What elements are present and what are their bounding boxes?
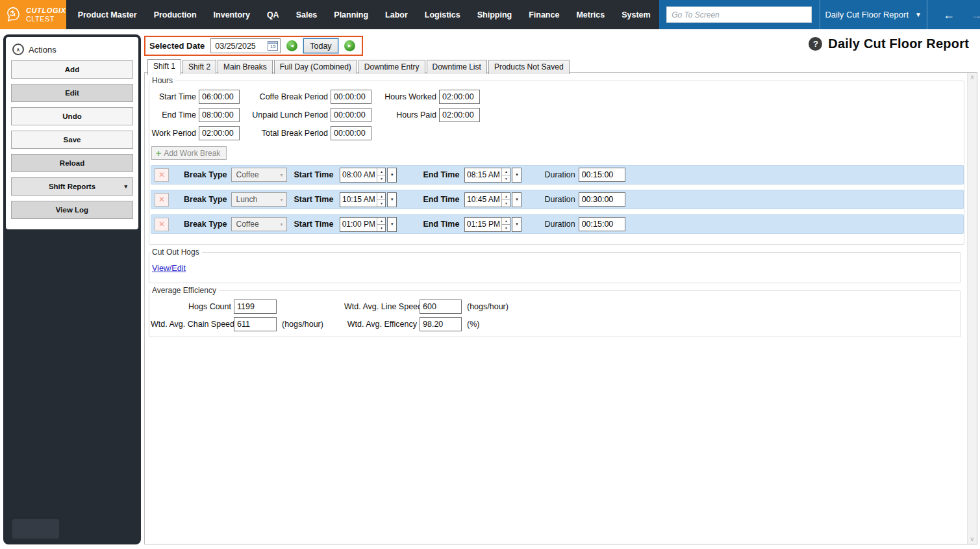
break-type-select[interactable]: Lunch ▾ <box>231 192 287 207</box>
spin-down-icon[interactable]: ▼ <box>502 175 510 182</box>
spin-up-icon[interactable]: ▲ <box>502 168 510 175</box>
time-value-box[interactable]: 08:00 AM ▲ ▼ <box>340 168 386 183</box>
collapse-panel-icon[interactable]: ∧ <box>12 44 24 55</box>
spin-down-icon[interactable]: ▼ <box>377 225 385 231</box>
tab-shift-1[interactable]: Shift 1 <box>147 59 181 75</box>
time-spinner: ▲ ▼ <box>377 193 385 207</box>
menu-labor[interactable]: Labor <box>377 10 416 19</box>
view-edit-link[interactable]: View/Edit <box>152 264 186 273</box>
shift-reports-dropdown-button[interactable]: Shift Reports ▾ <box>11 177 133 196</box>
back-icon[interactable]: ← <box>943 9 955 21</box>
tab-downtime-entry[interactable]: Downtime Entry <box>358 60 425 74</box>
tab-downtime-list[interactable]: Downtime List <box>427 60 487 74</box>
menu-shipping[interactable]: Shipping <box>469 10 520 19</box>
menu-logistics[interactable]: Logistics <box>416 10 469 19</box>
tab-shift-2[interactable]: Shift 2 <box>182 60 216 74</box>
break-type-select[interactable]: Coffee ▾ <box>231 217 287 231</box>
time-value-box[interactable]: 10:15 AM ▲ ▼ <box>340 192 386 207</box>
hours-paid-input[interactable] <box>439 108 480 122</box>
duration-input[interactable] <box>579 168 625 182</box>
line-speed-input[interactable] <box>420 300 462 314</box>
delete-break-icon[interactable]: ✕ <box>155 218 169 231</box>
break-end-time-label: End Time <box>423 220 459 229</box>
time-value-box[interactable]: 01:15 PM ▲ ▼ <box>464 217 510 232</box>
next-day-button[interactable]: ► <box>344 40 355 51</box>
tab-full-day-combined[interactable]: Full Day (Combined) <box>274 60 357 74</box>
save-button[interactable]: Save <box>11 131 133 149</box>
spin-up-icon[interactable]: ▲ <box>377 218 385 225</box>
add-button[interactable]: Add <box>11 60 133 79</box>
work-period-input[interactable] <box>199 126 240 140</box>
time-value-box[interactable]: 08:15 AM ▲ ▼ <box>464 168 510 183</box>
menu-product-master[interactable]: Product Master <box>69 10 145 19</box>
hogs-count-input[interactable] <box>234 300 277 314</box>
end-time-input[interactable] <box>199 108 240 122</box>
break-type-value: Lunch <box>236 195 257 204</box>
tab-main-breaks[interactable]: Main Breaks <box>218 60 273 74</box>
calendar-icon[interactable]: 15 <box>268 41 278 51</box>
duration-input[interactable] <box>579 192 625 207</box>
break-type-select[interactable]: Coffee ▾ <box>231 168 287 182</box>
time-value-box[interactable]: 01:00 PM ▲ ▼ <box>340 217 386 232</box>
undo-button[interactable]: Undo <box>11 107 133 125</box>
scroll-down-icon[interactable]: ∨ <box>970 536 974 543</box>
previous-day-button[interactable]: ◄ <box>286 40 297 51</box>
hours-worked-input[interactable] <box>439 90 480 104</box>
time-dropdown-icon[interactable]: ▾ <box>387 217 397 232</box>
menu-system[interactable]: System <box>613 10 659 19</box>
date-picker-field[interactable]: 03/25/2025 15 <box>210 38 281 53</box>
edit-button[interactable]: Edit <box>11 84 133 102</box>
spin-down-icon[interactable]: ▼ <box>377 200 385 207</box>
start-time-input[interactable] <box>199 90 240 104</box>
time-dropdown-icon[interactable]: ▾ <box>512 168 521 183</box>
break-end-time-label: End Time <box>423 195 459 204</box>
spin-down-icon[interactable]: ▼ <box>377 175 385 182</box>
menu-qa[interactable]: QA <box>258 10 288 19</box>
spin-down-icon[interactable]: ▼ <box>502 225 510 231</box>
spin-up-icon[interactable]: ▲ <box>377 193 385 200</box>
time-dropdown-icon[interactable]: ▾ <box>387 192 397 207</box>
goto-screen-input[interactable] <box>666 6 812 23</box>
vertical-scrollbar[interactable]: ∧ ∨ <box>967 73 977 544</box>
chain-speed-input[interactable] <box>234 317 277 331</box>
total-break-period-input[interactable] <box>331 126 371 140</box>
forward-icon[interactable]: → <box>970 9 980 21</box>
time-dropdown-icon[interactable]: ▾ <box>512 217 521 232</box>
break-start-time-label: Start Time <box>294 170 333 179</box>
menu-inventory[interactable]: Inventory <box>205 10 258 19</box>
time-value-box[interactable]: 10:45 AM ▲ ▼ <box>464 192 510 207</box>
scroll-up-icon[interactable]: ∧ <box>970 74 974 81</box>
menu-planning[interactable]: Planning <box>325 10 377 19</box>
unpaid-lunch-period-input[interactable] <box>331 108 371 122</box>
time-value: 08:00 AM <box>340 168 377 182</box>
menu-production[interactable]: Production <box>145 10 205 19</box>
shift-1-tab-panel: Hours Start Time Coffe Break Period Hour… <box>144 72 977 544</box>
menu-metrics[interactable]: Metrics <box>568 10 613 19</box>
time-dropdown-icon[interactable]: ▾ <box>387 168 397 183</box>
spin-down-icon[interactable]: ▼ <box>502 200 510 207</box>
spin-up-icon[interactable]: ▲ <box>502 218 510 225</box>
coffee-break-period-input[interactable] <box>331 90 371 104</box>
add-work-break-button[interactable]: + Add Work Break <box>151 146 227 160</box>
view-log-button[interactable]: View Log <box>11 201 133 219</box>
end-time-label: End Time <box>151 110 196 120</box>
break-type-value: Coffee <box>236 220 258 229</box>
spin-up-icon[interactable]: ▲ <box>377 168 385 175</box>
duration-input[interactable] <box>579 217 625 231</box>
screen-selector-label: Daily Cut Floor Report <box>825 10 909 19</box>
screen-selector-dropdown[interactable]: Daily Cut Floor Report ▼ <box>820 0 927 29</box>
help-icon[interactable]: ? <box>809 37 822 51</box>
time-dropdown-icon[interactable]: ▾ <box>512 192 521 207</box>
spin-up-icon[interactable]: ▲ <box>502 193 510 200</box>
tab-products-not-saved[interactable]: Products Not Saved <box>488 60 570 74</box>
reload-button[interactable]: Reload <box>11 154 133 172</box>
delete-break-icon[interactable]: ✕ <box>155 168 169 182</box>
chevron-down-icon: ▾ <box>124 183 127 190</box>
delete-break-icon[interactable]: ✕ <box>155 193 169 207</box>
daily-cut-floor-report-screen: CUTLOGIX CLTEST Product Master Productio… <box>0 0 980 549</box>
menu-sales[interactable]: Sales <box>288 10 326 19</box>
today-button[interactable]: Today <box>303 38 338 53</box>
efficiency-input[interactable] <box>420 317 462 331</box>
app-logo[interactable]: CUTLOGIX CLTEST <box>0 0 66 29</box>
menu-finance[interactable]: Finance <box>520 10 568 19</box>
